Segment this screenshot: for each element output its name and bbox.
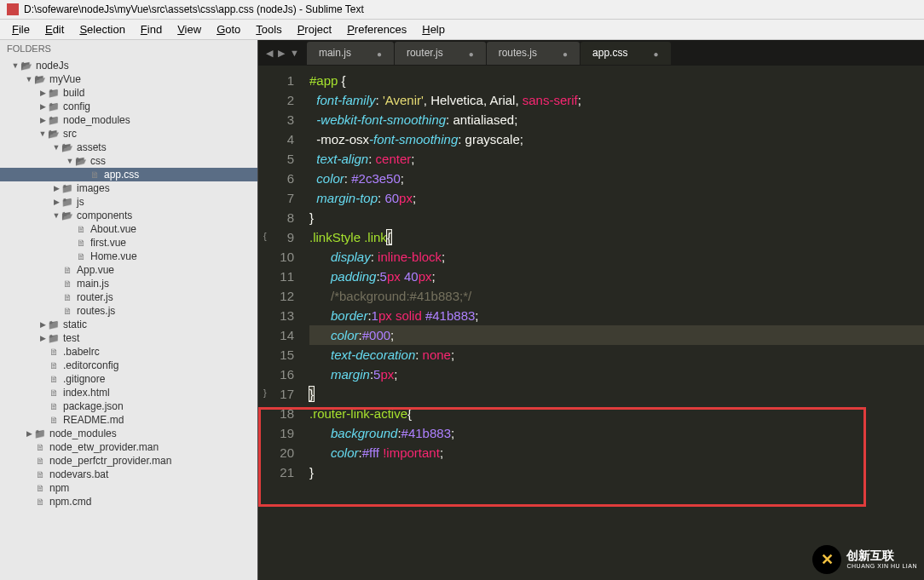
editor-area: ◀ ▶ ▼ main.jsrouter.jsroutes.jsapp.css 1… — [258, 40, 924, 580]
tree-item-npm[interactable]: npm — [0, 481, 257, 495]
tree-item-src[interactable]: ▼src — [0, 127, 257, 141]
tree-item-node_modules[interactable]: ▶node_modules — [0, 427, 257, 440]
code-line[interactable]: color:#000; — [309, 325, 924, 345]
tree-item-npm-cmd[interactable]: npm.cmd — [0, 495, 257, 508]
code-line[interactable]: border:1px solid #41b883; — [309, 306, 924, 325]
tab-menu-icon[interactable]: ▼ — [287, 48, 302, 59]
code-line[interactable]: .linkStyle .link{ — [309, 227, 924, 247]
tree-item-assets[interactable]: ▼assets — [0, 141, 257, 154]
tree-item-readme-md[interactable]: README.md — [0, 413, 257, 427]
line-number: 2 — [258, 90, 294, 110]
tree-item-config[interactable]: ▶config — [0, 100, 257, 113]
code-line[interactable]: -moz-osx-font-smoothing: grayscale; — [309, 129, 924, 149]
tab-router-js[interactable]: router.js — [395, 42, 486, 65]
tree-item-router-js[interactable]: router.js — [0, 290, 257, 304]
tree-item-static[interactable]: ▶static — [0, 318, 257, 331]
code-line[interactable]: .router-link-active{ — [309, 404, 924, 423]
chevron-icon: ▶ — [38, 116, 48, 124]
tab-next-icon[interactable]: ▶ — [275, 48, 287, 59]
tree-item--gitignore[interactable]: .gitignore — [0, 372, 257, 386]
close-icon[interactable] — [653, 47, 658, 60]
tree-item-images[interactable]: ▶images — [0, 181, 257, 195]
code-line[interactable]: text-decoration: none; — [309, 345, 924, 365]
code-line[interactable]: padding:5px 40px; — [309, 267, 924, 286]
menu-find[interactable]: Find — [134, 21, 169, 37]
close-icon[interactable] — [563, 47, 568, 60]
menu-help[interactable]: Help — [415, 21, 452, 37]
chevron-icon: ▼ — [65, 157, 75, 165]
code-line[interactable]: } — [309, 462, 924, 482]
tab-main-js[interactable]: main.js — [307, 42, 394, 65]
line-number: 7 — [258, 188, 294, 208]
code-line[interactable]: color:#fff !important; — [309, 443, 924, 462]
tree-item-app-vue[interactable]: App.vue — [0, 263, 257, 277]
code-line[interactable]: text-align: center; — [309, 149, 924, 169]
tree-item-nodevars-bat[interactable]: nodevars.bat — [0, 468, 257, 481]
line-number: 10 — [258, 247, 294, 267]
tree-item-first-vue[interactable]: first.vue — [0, 236, 257, 250]
code-line[interactable]: #app { — [309, 71, 924, 90]
chevron-icon: ▶ — [51, 184, 61, 192]
fold-marker[interactable]: } — [263, 388, 267, 398]
tree-item-nodejs[interactable]: ▼nodeJs — [0, 59, 257, 72]
code-line[interactable]: } — [309, 384, 924, 404]
menu-tools[interactable]: Tools — [249, 21, 288, 37]
code-line[interactable]: } — [309, 208, 924, 227]
menu-goto[interactable]: Goto — [210, 21, 247, 37]
tree-item-package-json[interactable]: package.json — [0, 399, 257, 413]
menu-selection[interactable]: Selection — [72, 21, 131, 37]
tree-item-about-vue[interactable]: About.vue — [0, 222, 257, 236]
close-icon[interactable] — [377, 47, 382, 60]
tree-item-index-html[interactable]: index.html — [0, 386, 257, 399]
tree-item-routes-js[interactable]: routes.js — [0, 304, 257, 318]
tree-label: npm.cmd — [49, 496, 91, 508]
tree-item-test[interactable]: ▶test — [0, 331, 257, 345]
menu-preferences[interactable]: Preferences — [340, 21, 413, 37]
tree-item-node_etw_provider-man[interactable]: node_etw_provider.man — [0, 440, 257, 454]
tree-item-home-vue[interactable]: Home.vue — [0, 250, 257, 263]
code-line[interactable]: font-family: 'Avenir', Helvetica, Arial,… — [309, 90, 924, 110]
tab-routes-js[interactable]: routes.js — [487, 42, 580, 65]
tree-label: README.md — [63, 414, 124, 426]
code-line[interactable]: /*background:#41b883;*/ — [309, 286, 924, 306]
menubar: FileEditSelectionFindViewGotoToolsProjec… — [0, 20, 924, 40]
fold-marker[interactable]: { — [263, 231, 267, 241]
tree-item-build[interactable]: ▶build — [0, 86, 257, 100]
tree-item--babelrc[interactable]: .babelrc — [0, 345, 257, 359]
menu-edit[interactable]: Edit — [38, 21, 71, 37]
tree-item-node_perfctr_provider-man[interactable]: node_perfctr_provider.man — [0, 454, 257, 468]
line-number: 5 — [258, 149, 294, 169]
tree-item-main-js[interactable]: main.js — [0, 277, 257, 290]
code-area[interactable]: 123456789101112131415161718192021 #app {… — [258, 66, 924, 580]
tree-item-node_modules[interactable]: ▶node_modules — [0, 113, 257, 127]
tree-item--editorconfig[interactable]: .editorconfig — [0, 359, 257, 372]
menu-file[interactable]: File — [5, 21, 37, 37]
tree-item-components[interactable]: ▼components — [0, 209, 257, 222]
gutter: 123456789101112131415161718192021 — [258, 71, 309, 580]
tree-item-js[interactable]: ▶js — [0, 195, 257, 209]
tree-label: About.vue — [90, 223, 136, 235]
tree-item-css[interactable]: ▼css — [0, 154, 257, 168]
code-line[interactable]: -webkit-font-smoothing: antialiased; — [309, 110, 924, 129]
code-line[interactable]: display: inline-block; — [309, 247, 924, 267]
line-number: 13 — [258, 306, 294, 325]
menu-view[interactable]: View — [170, 21, 208, 37]
menu-project[interactable]: Project — [291, 21, 338, 37]
close-icon[interactable] — [469, 47, 474, 60]
code-line[interactable]: background:#41b883; — [309, 423, 924, 443]
tab-app-css[interactable]: app.css — [580, 42, 670, 65]
code-line[interactable]: margin-top: 60px; — [309, 188, 924, 208]
code-line[interactable]: color: #2c3e50; — [309, 169, 924, 188]
tree-label: config — [63, 100, 90, 112]
code-line[interactable]: margin:5px; — [309, 365, 924, 384]
chevron-icon: ▼ — [10, 61, 20, 70]
file-icon — [75, 237, 87, 249]
titlebar: D:\sofeware\nodeJs\myVue\src\assets\css\… — [0, 0, 924, 20]
tree-item-app-css[interactable]: app.css — [0, 168, 257, 181]
chevron-icon: ▶ — [51, 198, 61, 206]
line-number: 18 — [258, 404, 294, 423]
tab-prev-icon[interactable]: ◀ — [263, 48, 275, 59]
code-content[interactable]: #app { font-family: 'Avenir', Helvetica,… — [309, 71, 924, 580]
tree-item-myvue[interactable]: ▼myVue — [0, 72, 257, 86]
tree-label: .editorconfig — [63, 359, 118, 371]
